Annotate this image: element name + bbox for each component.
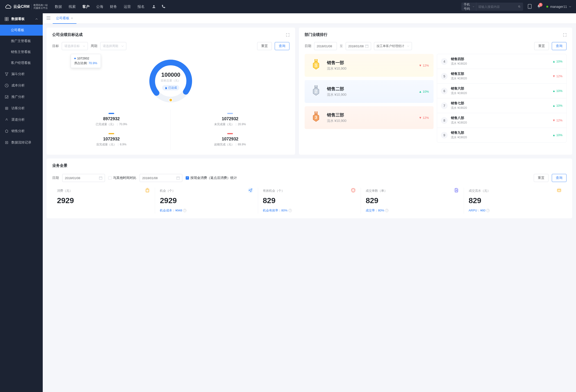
help-icon[interactable]: ?	[288, 209, 292, 212]
calendar-icon	[99, 176, 102, 180]
header-right: 5 manager11	[528, 4, 571, 9]
sidebar-item-4[interactable]: 渠道分析	[0, 114, 43, 125]
date-from-input[interactable]: 2018/01/08	[314, 42, 337, 50]
stats-by-select[interactable]: 按工单客户经理统计	[374, 42, 412, 50]
target-stat: 1072932 未完成量（元）|20.9%	[171, 110, 289, 130]
sidebar-item-2[interactable]: 推广分析	[0, 91, 43, 103]
user-icon[interactable]	[152, 4, 156, 9]
nav-item-1[interactable]: 线索	[69, 4, 76, 9]
logo-text: 云朵CRM	[13, 4, 29, 9]
nav-item-0[interactable]: 数据	[55, 4, 62, 9]
target-stat: 1072932 超额完成（元）|89.9%	[171, 130, 289, 150]
phone-icon[interactable]	[161, 4, 166, 9]
target-stat: 1072932 应完成量（元）|8.9%	[52, 130, 171, 150]
query-button[interactable]: 查询	[552, 42, 567, 50]
panel-title: 业务全景	[52, 163, 567, 168]
medal-icon: 1	[309, 59, 323, 72]
stat-bar-icon	[109, 133, 114, 134]
expand-icon[interactable]	[563, 33, 567, 37]
target-stat: 8972932 已完成量（元）|70.9%	[52, 110, 171, 130]
trend-indicator: ▲ 10%	[552, 104, 563, 107]
menu-icon	[5, 72, 8, 76]
reset-button[interactable]: 重置	[257, 42, 272, 50]
trend-indicator: ▲ 10%	[552, 60, 563, 63]
menu-icon	[5, 84, 8, 88]
nav-item-2[interactable]: 客户	[82, 4, 89, 9]
nav-item-6[interactable]: 报名	[138, 4, 144, 9]
svg-rect-19	[177, 177, 179, 179]
user-menu[interactable]: manager11	[546, 5, 571, 8]
cash-checkbox[interactable]: 按现金消费（返点后消费）统计	[186, 176, 237, 180]
menu-icon	[5, 141, 8, 145]
overview-date1-input[interactable]: 2018/01/08	[62, 174, 105, 182]
stat-bar-icon	[109, 113, 114, 114]
logo: 云朵CRM 教育机构一站 式服务云平台	[5, 4, 48, 9]
svg-point-10	[169, 98, 172, 102]
help-icon[interactable]: ?	[385, 209, 388, 212]
help-icon[interactable]: ?	[183, 209, 186, 212]
sidebar-item-1[interactable]: 成本分析	[0, 80, 43, 91]
label-goal: 目标	[52, 44, 59, 48]
nav-item-4[interactable]: 财务	[110, 4, 117, 9]
panel-target: 公司业绩目标达成 目标 请选择目标 周期 请选择周期 重置 查询	[47, 28, 295, 155]
period-select[interactable]: 请选择周期	[100, 42, 126, 50]
main-content: 公司看板 ✕ 公司业绩目标达成 目标 请选择目标 周期	[43, 13, 576, 392]
svg-text:1: 1	[315, 63, 317, 67]
goal-select[interactable]: 请选择目标	[62, 42, 88, 50]
rank-number: 7	[441, 102, 448, 109]
sidebar-item-6[interactable]: 数据流转记录	[0, 137, 43, 148]
sidebar-sub-1[interactable]: 推广主管看板	[0, 36, 43, 47]
overview-stat-3: 成交单数（单） 829成交率：80%?	[361, 188, 464, 213]
donut-chart: 1072932 所占比例:70.9% 100000 目标总量（元） 已达成	[52, 57, 289, 105]
sidebar-sub-2[interactable]: 销售主管看板	[0, 47, 43, 58]
sidebar-item-0[interactable]: 漏斗分析	[0, 68, 43, 80]
overview-stat-2: 有效机会（个） 829机会有效率：80%?	[258, 188, 361, 213]
chart-tooltip: 1072932 所占比例:70.9%	[71, 54, 101, 68]
stat-bar-icon	[227, 113, 233, 114]
date-to-input[interactable]: 2018/01/08	[346, 42, 371, 50]
query-button[interactable]: 查询	[275, 42, 289, 50]
thumbs-up-icon	[165, 87, 167, 89]
sidebar-item-3[interactable]: 访客分析	[0, 103, 43, 114]
sidebar-sub-0[interactable]: 公司看板	[0, 25, 43, 36]
medal-icon: 2	[309, 85, 323, 98]
nav-icons	[152, 4, 166, 9]
search-icon[interactable]	[518, 5, 521, 8]
rank-number: 5	[441, 73, 448, 80]
chevron-down-icon	[121, 45, 124, 47]
checkbox-icon	[108, 176, 112, 180]
nav-item-3[interactable]: 公海	[96, 4, 103, 9]
close-icon[interactable]: ✕	[71, 17, 73, 20]
compare-checkbox[interactable]: 与其他时间对比	[108, 176, 136, 180]
donut-label: 目标总量（元）	[161, 79, 181, 83]
reset-button[interactable]: 重置	[534, 42, 549, 50]
search-type-select[interactable]: 手机号码	[464, 2, 476, 11]
sidebar-head-dashboard[interactable]: 数据看板	[0, 13, 43, 25]
search-input[interactable]	[478, 5, 518, 8]
rank-item: 5 销售五部流水 ¥19020 ▼ 12%	[437, 69, 566, 84]
tab-company-board[interactable]: 公司看板 ✕	[53, 13, 76, 24]
tab-menu-icon[interactable]	[45, 15, 52, 22]
overview-date2-input[interactable]: 2018/01/08	[140, 174, 182, 182]
trend-indicator: ▼ 12%	[419, 116, 429, 120]
bell-icon[interactable]: 5	[537, 4, 541, 9]
mobile-icon[interactable]	[528, 4, 532, 9]
expand-icon[interactable]	[286, 33, 289, 37]
app-header: 云朵CRM 教育机构一站 式服务云平台 数据线索客户公海财务运营报名 手机号码 …	[0, 0, 576, 13]
logo-subtitle: 教育机构一站 式服务云平台	[31, 4, 48, 9]
status-dot-icon	[546, 6, 548, 8]
stat-icon	[454, 188, 459, 193]
chevron-up-icon	[35, 18, 38, 20]
sidebar-sub-3[interactable]: 客户经理看板	[0, 58, 43, 68]
reset-button[interactable]: 重置	[534, 174, 548, 182]
trend-indicator: ▼ 12%	[552, 74, 563, 78]
nav-item-5[interactable]: 运营	[124, 4, 131, 9]
sidebar-item-5[interactable]: 销售分析	[0, 125, 43, 137]
svg-rect-5	[7, 17, 8, 19]
checkbox-icon	[186, 176, 189, 180]
calendar-icon	[176, 176, 180, 180]
help-icon[interactable]: ?	[486, 209, 490, 212]
svg-text:2: 2	[315, 89, 317, 93]
query-button[interactable]: 查询	[552, 174, 567, 182]
rank-item: 6 销售六部流水 ¥19020 ▲ 10%	[437, 84, 566, 98]
